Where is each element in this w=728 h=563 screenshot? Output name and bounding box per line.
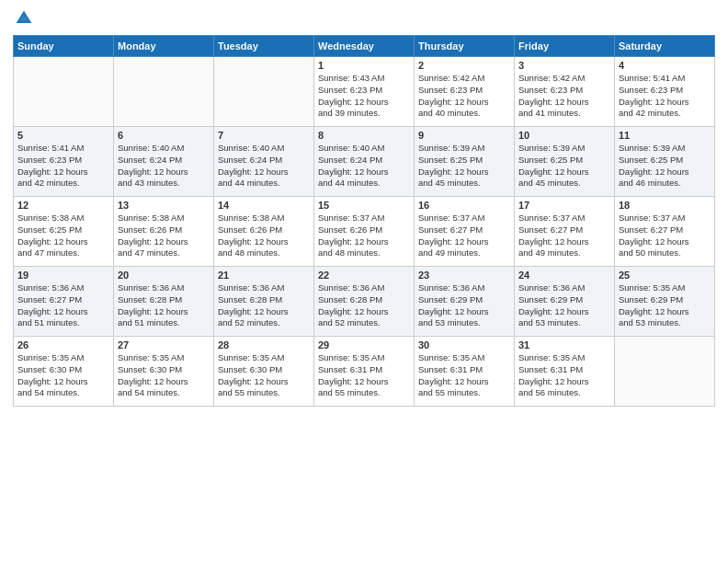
day-number: 31	[518, 339, 610, 350]
day-number: 29	[318, 339, 410, 350]
day-content: Sunrise: 5:41 AM Sunset: 6:23 PM Dayligh…	[17, 143, 109, 190]
day-content: Sunrise: 5:36 AM Sunset: 6:29 PM Dayligh…	[518, 282, 610, 329]
calendar-cell	[114, 57, 214, 127]
day-number: 19	[17, 270, 109, 281]
logo-icon	[15, 9, 33, 28]
day-content: Sunrise: 5:36 AM Sunset: 6:28 PM Dayligh…	[218, 282, 310, 329]
calendar-cell: 1Sunrise: 5:43 AM Sunset: 6:23 PM Daylig…	[314, 57, 415, 127]
day-content: Sunrise: 5:40 AM Sunset: 6:24 PM Dayligh…	[118, 143, 210, 190]
header-day-friday: Friday	[515, 36, 615, 57]
day-number: 17	[518, 200, 610, 211]
day-content: Sunrise: 5:35 AM Sunset: 6:30 PM Dayligh…	[17, 352, 109, 399]
day-content: Sunrise: 5:36 AM Sunset: 6:28 PM Dayligh…	[318, 282, 410, 329]
day-content: Sunrise: 5:39 AM Sunset: 6:25 PM Dayligh…	[418, 143, 510, 190]
day-number: 2	[418, 60, 510, 71]
day-number: 30	[418, 339, 510, 350]
calendar-cell: 11Sunrise: 5:39 AM Sunset: 6:25 PM Dayli…	[615, 127, 715, 197]
calendar-cell: 29Sunrise: 5:35 AM Sunset: 6:31 PM Dayli…	[314, 337, 415, 407]
calendar-cell: 19Sunrise: 5:36 AM Sunset: 6:27 PM Dayli…	[14, 267, 114, 337]
calendar-cell: 31Sunrise: 5:35 AM Sunset: 6:31 PM Dayli…	[515, 337, 615, 407]
day-content: Sunrise: 5:36 AM Sunset: 6:29 PM Dayligh…	[418, 282, 510, 329]
calendar-cell: 24Sunrise: 5:36 AM Sunset: 6:29 PM Dayli…	[515, 267, 615, 337]
calendar-cell: 28Sunrise: 5:35 AM Sunset: 6:30 PM Dayli…	[214, 337, 314, 407]
week-row-1: 1Sunrise: 5:43 AM Sunset: 6:23 PM Daylig…	[14, 57, 715, 127]
day-content: Sunrise: 5:41 AM Sunset: 6:23 PM Dayligh…	[619, 73, 711, 120]
logo	[13, 9, 33, 28]
calendar-cell: 13Sunrise: 5:38 AM Sunset: 6:26 PM Dayli…	[114, 197, 214, 267]
day-content: Sunrise: 5:37 AM Sunset: 6:27 PM Dayligh…	[418, 213, 510, 259]
day-content: Sunrise: 5:40 AM Sunset: 6:24 PM Dayligh…	[318, 143, 410, 190]
header-day-monday: Monday	[114, 36, 214, 57]
day-number: 20	[118, 270, 210, 281]
calendar-cell: 30Sunrise: 5:35 AM Sunset: 6:31 PM Dayli…	[415, 337, 515, 407]
day-content: Sunrise: 5:39 AM Sunset: 6:25 PM Dayligh…	[518, 143, 610, 190]
calendar-cell: 16Sunrise: 5:37 AM Sunset: 6:27 PM Dayli…	[415, 197, 515, 267]
calendar-header: SundayMondayTuesdayWednesdayThursdayFrid…	[14, 36, 715, 57]
calendar-cell: 5Sunrise: 5:41 AM Sunset: 6:23 PM Daylig…	[14, 127, 114, 197]
day-number: 1	[318, 60, 410, 71]
day-content: Sunrise: 5:42 AM Sunset: 6:23 PM Dayligh…	[418, 73, 510, 120]
day-number: 25	[619, 270, 711, 281]
day-content: Sunrise: 5:42 AM Sunset: 6:23 PM Dayligh…	[518, 73, 610, 120]
day-number: 3	[518, 60, 610, 71]
day-content: Sunrise: 5:38 AM Sunset: 6:26 PM Dayligh…	[118, 213, 210, 259]
calendar-body: 1Sunrise: 5:43 AM Sunset: 6:23 PM Daylig…	[14, 57, 715, 407]
calendar-page: SundayMondayTuesdayWednesdayThursdayFrid…	[0, 0, 728, 563]
calendar-cell: 25Sunrise: 5:35 AM Sunset: 6:29 PM Dayli…	[615, 267, 715, 337]
day-content: Sunrise: 5:43 AM Sunset: 6:23 PM Dayligh…	[318, 73, 410, 120]
day-number: 15	[318, 200, 410, 211]
calendar-cell: 18Sunrise: 5:37 AM Sunset: 6:27 PM Dayli…	[615, 197, 715, 267]
calendar-cell: 4Sunrise: 5:41 AM Sunset: 6:23 PM Daylig…	[615, 57, 715, 127]
calendar-cell: 17Sunrise: 5:37 AM Sunset: 6:27 PM Dayli…	[515, 197, 615, 267]
week-row-5: 26Sunrise: 5:35 AM Sunset: 6:30 PM Dayli…	[14, 337, 715, 407]
calendar-cell: 21Sunrise: 5:36 AM Sunset: 6:28 PM Dayli…	[214, 267, 314, 337]
day-content: Sunrise: 5:35 AM Sunset: 6:31 PM Dayligh…	[418, 352, 510, 399]
day-content: Sunrise: 5:35 AM Sunset: 6:31 PM Dayligh…	[318, 352, 410, 399]
day-number: 13	[118, 200, 210, 211]
day-number: 26	[17, 339, 109, 350]
day-content: Sunrise: 5:37 AM Sunset: 6:27 PM Dayligh…	[619, 213, 711, 259]
day-content: Sunrise: 5:38 AM Sunset: 6:25 PM Dayligh…	[17, 213, 109, 259]
day-number: 11	[619, 130, 711, 141]
day-number: 4	[619, 60, 711, 71]
day-number: 28	[218, 339, 310, 350]
day-content: Sunrise: 5:37 AM Sunset: 6:27 PM Dayligh…	[518, 213, 610, 259]
calendar-cell: 20Sunrise: 5:36 AM Sunset: 6:28 PM Dayli…	[114, 267, 214, 337]
day-number: 16	[418, 200, 510, 211]
header-day-sunday: Sunday	[14, 36, 114, 57]
day-number: 21	[218, 270, 310, 281]
calendar-cell: 27Sunrise: 5:35 AM Sunset: 6:30 PM Dayli…	[114, 337, 214, 407]
day-content: Sunrise: 5:35 AM Sunset: 6:29 PM Dayligh…	[619, 282, 711, 329]
day-number: 24	[518, 270, 610, 281]
header-day-wednesday: Wednesday	[314, 36, 415, 57]
calendar-cell	[14, 57, 114, 127]
header-day-tuesday: Tuesday	[214, 36, 314, 57]
calendar-cell: 2Sunrise: 5:42 AM Sunset: 6:23 PM Daylig…	[415, 57, 515, 127]
header-day-saturday: Saturday	[615, 36, 715, 57]
calendar-cell: 23Sunrise: 5:36 AM Sunset: 6:29 PM Dayli…	[415, 267, 515, 337]
day-content: Sunrise: 5:35 AM Sunset: 6:31 PM Dayligh…	[518, 352, 610, 399]
day-number: 8	[318, 130, 410, 141]
week-row-4: 19Sunrise: 5:36 AM Sunset: 6:27 PM Dayli…	[14, 267, 715, 337]
header-day-thursday: Thursday	[415, 36, 515, 57]
calendar-cell: 14Sunrise: 5:38 AM Sunset: 6:26 PM Dayli…	[214, 197, 314, 267]
calendar-cell: 3Sunrise: 5:42 AM Sunset: 6:23 PM Daylig…	[515, 57, 615, 127]
calendar-cell: 22Sunrise: 5:36 AM Sunset: 6:28 PM Dayli…	[314, 267, 415, 337]
calendar-cell: 8Sunrise: 5:40 AM Sunset: 6:24 PM Daylig…	[314, 127, 415, 197]
calendar-cell	[615, 337, 715, 407]
day-content: Sunrise: 5:35 AM Sunset: 6:30 PM Dayligh…	[118, 352, 210, 399]
header	[13, 9, 715, 28]
day-number: 27	[118, 339, 210, 350]
day-number: 18	[619, 200, 711, 211]
day-content: Sunrise: 5:36 AM Sunset: 6:28 PM Dayligh…	[118, 282, 210, 329]
calendar-cell: 15Sunrise: 5:37 AM Sunset: 6:26 PM Dayli…	[314, 197, 415, 267]
day-number: 5	[17, 130, 109, 141]
calendar-cell: 26Sunrise: 5:35 AM Sunset: 6:30 PM Dayli…	[14, 337, 114, 407]
day-content: Sunrise: 5:36 AM Sunset: 6:27 PM Dayligh…	[17, 282, 109, 329]
calendar-table: SundayMondayTuesdayWednesdayThursdayFrid…	[13, 35, 715, 407]
day-number: 14	[218, 200, 310, 211]
day-number: 9	[418, 130, 510, 141]
day-number: 10	[518, 130, 610, 141]
day-content: Sunrise: 5:40 AM Sunset: 6:24 PM Dayligh…	[218, 143, 310, 190]
day-content: Sunrise: 5:38 AM Sunset: 6:26 PM Dayligh…	[218, 213, 310, 259]
